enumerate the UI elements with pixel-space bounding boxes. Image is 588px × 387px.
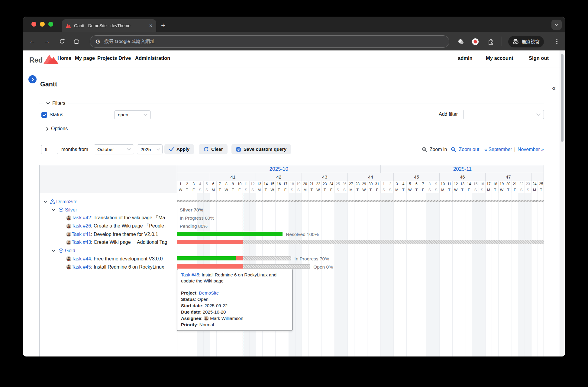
- month-select[interactable]: October: [94, 144, 134, 154]
- year-select[interactable]: 2025: [137, 144, 163, 154]
- browser-tab[interactable]: Gantt - DemoSite - devTheme ✕: [62, 19, 156, 32]
- minimize-window-button[interactable]: [40, 22, 45, 27]
- gantt-bar-todo[interactable]: [243, 240, 544, 244]
- version-package-icon: [58, 248, 64, 253]
- task-link[interactable]: Task #26: [72, 223, 91, 228]
- tree-expander[interactable]: [52, 209, 55, 211]
- clear-button[interactable]: Clear: [199, 144, 228, 154]
- extensions-puzzle-icon[interactable]: [487, 38, 495, 46]
- task-link[interactable]: Task #41: [72, 232, 91, 237]
- status-checkbox[interactable]: [41, 112, 47, 118]
- gantt-bar-late[interactable]: [177, 264, 243, 269]
- collapse-sidebar-icon[interactable]: «: [552, 84, 556, 92]
- tooltip-task-link[interactable]: Task #45: [181, 272, 199, 277]
- filters-legend[interactable]: Filters: [44, 101, 68, 106]
- gantt-weekday-letter: M: [485, 187, 492, 193]
- nav-drive[interactable]: Drive: [118, 55, 131, 61]
- avatar: [66, 232, 71, 237]
- tooltip-field: Project: DemoSite: [181, 290, 289, 296]
- forward-button[interactable]: →: [41, 32, 52, 50]
- gantt-weekday-letter: M: [210, 187, 216, 193]
- gantt-weekday-letter: F: [420, 187, 426, 193]
- task-link[interactable]: Task #44: [72, 256, 91, 261]
- nav-my-page[interactable]: My page: [75, 55, 95, 61]
- gantt-day-number: 18: [289, 181, 295, 187]
- status-operator-select[interactable]: open: [114, 110, 151, 119]
- gantt-day-column: [380, 193, 387, 356]
- nav-sign-out[interactable]: Sign out: [529, 55, 549, 61]
- gantt-weekday-letter: T: [492, 187, 498, 193]
- nav-my-account[interactable]: My account: [486, 55, 513, 61]
- record-extension-icon[interactable]: [471, 38, 479, 46]
- scrollbar-thumb[interactable]: [561, 54, 564, 142]
- gantt-task-row: Task #42: Translation of the wiki page 「…: [40, 214, 177, 222]
- months-count-input[interactable]: 6: [41, 145, 58, 154]
- sidebar-expand-button[interactable]: [28, 75, 37, 83]
- tree-expander[interactable]: [44, 201, 47, 203]
- extension-icon[interactable]: [457, 38, 465, 46]
- tree-expander[interactable]: [52, 250, 55, 252]
- tab-search-button[interactable]: [551, 20, 562, 30]
- version-link[interactable]: Silver: [65, 207, 77, 213]
- apply-button[interactable]: Apply: [164, 144, 194, 154]
- gantt-day-column: [525, 193, 531, 356]
- close-window-button[interactable]: [31, 22, 36, 27]
- nav-projects[interactable]: Projects: [97, 55, 117, 61]
- gantt-day-number: 10: [439, 181, 446, 187]
- page-scrollbar[interactable]: [560, 50, 564, 356]
- gantt-bar-done[interactable]: [177, 232, 283, 236]
- gantt-bar-todo[interactable]: [243, 256, 291, 260]
- home-button[interactable]: [71, 32, 82, 50]
- zoom-in-label: Zoom in: [430, 147, 447, 152]
- tooltip-field: Priority: Normal: [181, 322, 289, 328]
- tooltip-field: Status: Open: [181, 296, 289, 302]
- gantt-weekday-letter: F: [236, 187, 243, 193]
- zoom-out-link[interactable]: Zoom out: [459, 147, 479, 152]
- task-link[interactable]: Task #45: [72, 264, 91, 269]
- gantt-day-number: 22: [315, 181, 321, 187]
- version-link[interactable]: Gold: [65, 248, 75, 253]
- gantt-day-column: [400, 193, 407, 356]
- maximize-window-button[interactable]: [48, 22, 53, 27]
- gantt-day-column: [341, 193, 347, 356]
- nav-admin-user[interactable]: admin: [458, 55, 473, 61]
- address-bar[interactable]: G 搜尋 Google 或輸入網址: [90, 35, 449, 48]
- gantt-weekday-letter: T: [459, 187, 466, 193]
- save-custom-query-button[interactable]: Save custom query: [231, 144, 291, 154]
- prev-month-link[interactable]: « September: [484, 147, 512, 152]
- reload-button[interactable]: [57, 32, 67, 50]
- gantt-bar-late[interactable]: [177, 240, 243, 244]
- gantt-day-number: 1: [177, 181, 184, 187]
- nav-home[interactable]: Home: [57, 55, 71, 61]
- next-month-link[interactable]: November »: [518, 147, 544, 152]
- browser-menu-button[interactable]: [554, 37, 559, 46]
- close-tab-icon[interactable]: ✕: [149, 23, 153, 28]
- gantt-day-number: 2: [387, 181, 393, 187]
- back-button[interactable]: ←: [27, 32, 38, 50]
- project-link[interactable]: DemoSite: [56, 199, 77, 205]
- gantt-bar-late[interactable]: [236, 256, 243, 260]
- task-link[interactable]: Task #43: [72, 240, 91, 245]
- gantt-day-column: [439, 193, 446, 356]
- zoom-out-icon[interactable]: [451, 147, 457, 153]
- add-filter-select[interactable]: [463, 110, 544, 119]
- gantt-day-number: 16: [479, 181, 485, 187]
- check-icon: [43, 114, 46, 117]
- gantt-weekday-letter: S: [334, 187, 341, 193]
- gantt-weekday-letter: S: [243, 187, 249, 193]
- gantt-day-number: 13: [459, 181, 466, 187]
- incognito-label: 無痕視窗: [522, 39, 540, 45]
- gantt-weekday-letter: S: [387, 187, 393, 193]
- options-legend[interactable]: Options: [44, 126, 70, 131]
- gantt-day-number: 4: [197, 181, 203, 187]
- gantt-bar-done[interactable]: [177, 256, 236, 260]
- gantt-day-column: [374, 193, 380, 356]
- tooltip-project-link[interactable]: DemoSite: [199, 290, 219, 295]
- task-link[interactable]: Task #42: [72, 215, 91, 220]
- gantt-weekday-letter: S: [426, 187, 433, 193]
- nav-administration[interactable]: Administration: [135, 55, 170, 61]
- new-tab-button[interactable]: +: [161, 21, 165, 30]
- gantt-weekday-letter: W: [223, 187, 230, 193]
- gantt-bar-todo[interactable]: [243, 264, 310, 269]
- app-logo[interactable]: Red: [29, 54, 59, 64]
